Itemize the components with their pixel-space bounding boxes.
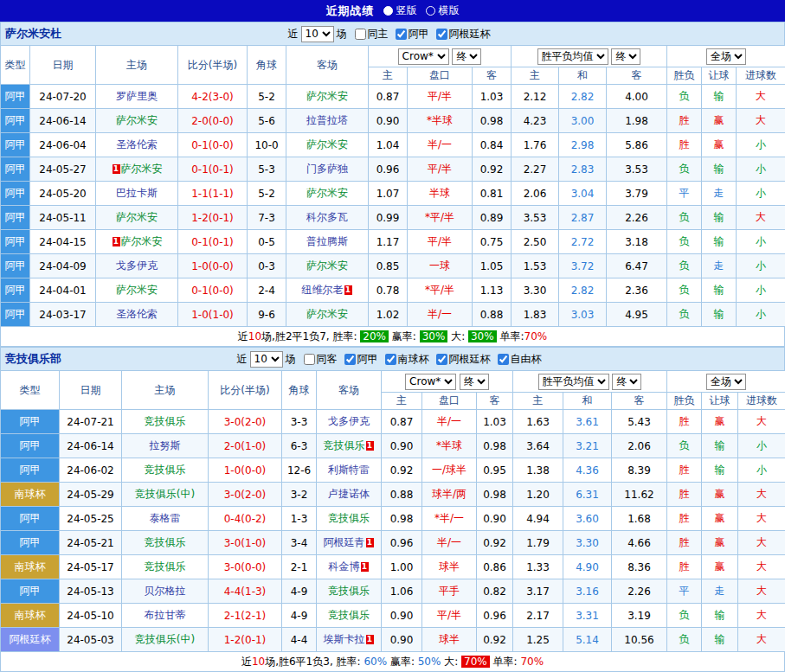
match-row: 阿甲24-05-25泰格雷0-4(0-2)1-3竞技俱乐0.98*半/一0.90… bbox=[1, 507, 785, 531]
avg-home-cell: 1.25 bbox=[513, 628, 563, 652]
summary-segment: 场,胜2平1负7, 胜率: bbox=[261, 330, 360, 344]
team-link: 萨尔米安 bbox=[306, 308, 348, 320]
score-cell: 0-1(0-0) bbox=[178, 133, 248, 157]
filter-同客[interactable]: 同客 bbox=[304, 352, 338, 367]
avg-home-cell: 1.53 bbox=[512, 254, 559, 278]
filter-阿甲[interactable]: 阿甲 bbox=[396, 27, 429, 42]
score-cell: 0-1(0-1) bbox=[178, 230, 248, 254]
col-header-odds-home: 主 bbox=[369, 67, 408, 85]
team-link: 萨尔米安 bbox=[306, 90, 348, 102]
avg-time-select[interactable]: 终 bbox=[611, 48, 640, 65]
avg-type-select[interactable]: 胜平负均值 bbox=[538, 374, 609, 390]
corner-cell: 12-6 bbox=[282, 458, 317, 483]
avg-time-select[interactable]: 终 bbox=[612, 374, 641, 390]
filter-checkbox[interactable] bbox=[385, 354, 396, 365]
col-header-wdl: 胜负 bbox=[667, 393, 702, 410]
avg-home-cell: 2.17 bbox=[513, 604, 563, 628]
home-odds-cell: 0.90 bbox=[382, 628, 422, 652]
odds-time-select[interactable]: 终 bbox=[452, 48, 481, 65]
filter-阿甲[interactable]: 阿甲 bbox=[344, 352, 378, 367]
filter-checkbox[interactable] bbox=[355, 29, 366, 40]
home-team-cell: 泰格雷 bbox=[122, 507, 209, 531]
avg-draw-cell: 4.90 bbox=[563, 555, 612, 579]
wdl-result-cell: 负 bbox=[667, 628, 702, 652]
team-section: 竞技俱乐部 近 10 场 同客阿甲南球杯阿根廷杯自由杯 类型 日期 主场 比分(… bbox=[0, 347, 785, 672]
avg-draw-cell: 3.04 bbox=[559, 182, 607, 206]
filter-checkbox[interactable] bbox=[436, 29, 447, 40]
bookmaker-select[interactable]: Crow* bbox=[405, 374, 456, 390]
summary-segment: 大: bbox=[441, 655, 461, 669]
home-team-cell: 布拉甘蒂 bbox=[122, 604, 209, 628]
filter-阿根廷杯[interactable]: 阿根廷杯 bbox=[436, 352, 491, 367]
summary-segment: 大: bbox=[447, 330, 468, 344]
date-cell: 24-05-25 bbox=[60, 507, 122, 531]
filter-checkbox[interactable] bbox=[498, 354, 509, 365]
league-cell: 阿根廷杯 bbox=[1, 628, 60, 652]
filter-checkbox[interactable] bbox=[396, 29, 407, 40]
handicap-result-cell: 赢 bbox=[702, 555, 738, 579]
filter-阿根廷杯[interactable]: 阿根廷杯 bbox=[436, 27, 491, 42]
match-row: 阿甲24-05-21竞技俱乐3-0(1-0)3-4阿根廷青10.96半/一0.9… bbox=[1, 531, 785, 555]
avg-draw-cell: 3.30 bbox=[563, 531, 612, 555]
corner-cell: 0-3 bbox=[248, 254, 286, 278]
team-link: 科尔多瓦 bbox=[306, 211, 348, 223]
away-odds-cell: 0.89 bbox=[473, 206, 512, 230]
near-label: 近 bbox=[288, 27, 299, 42]
match-row: 阿甲24-06-14萨尔米安2-0(0-0)5-6拉普拉塔0.90*半球0.98… bbox=[1, 109, 785, 133]
team-link: 竞技俱乐 bbox=[145, 536, 186, 548]
handicap-cell: 平/半 bbox=[422, 604, 477, 628]
avg-home-cell: 1.63 bbox=[513, 410, 563, 434]
filter-自由杯[interactable]: 自由杯 bbox=[498, 352, 542, 367]
handicap-cell: 球半/两 bbox=[422, 483, 477, 507]
summary-segment: 赢率: bbox=[387, 655, 418, 669]
handicap-result-cell: 赢 bbox=[702, 531, 738, 555]
away-odds-cell: 0.92 bbox=[477, 628, 513, 652]
red-card-badge: 1 bbox=[113, 237, 120, 246]
filter-同主[interactable]: 同主 bbox=[355, 27, 389, 42]
match-row: 阿甲24-07-20罗萨里奥4-2(3-0)5-2萨尔米安0.87平/半1.03… bbox=[1, 85, 785, 109]
layout-radio-vertical[interactable]: 竖版 bbox=[383, 3, 417, 18]
filter-南球杯[interactable]: 南球杯 bbox=[385, 352, 429, 367]
avg-type-select[interactable]: 胜平负均值 bbox=[537, 48, 608, 65]
team-link: 竞技俱乐 bbox=[324, 439, 365, 451]
home-odds-cell: 1.06 bbox=[382, 579, 422, 604]
away-team-cell: 卢捷诺体 bbox=[317, 483, 382, 507]
handicap-cell: 一球 bbox=[408, 254, 473, 278]
avg-home-cell: 1.83 bbox=[512, 303, 559, 327]
date-cell: 24-05-20 bbox=[30, 182, 96, 206]
layout-radio-horizontal[interactable]: 横版 bbox=[426, 3, 460, 18]
home-team-cell: 萨尔米安 bbox=[96, 109, 178, 133]
team-link: 埃斯卡拉 bbox=[324, 633, 365, 645]
bookmaker-select[interactable]: Crow* bbox=[398, 48, 449, 65]
score-cell: 1-0(1-0) bbox=[178, 303, 248, 327]
filter-checkbox[interactable] bbox=[436, 354, 447, 365]
score-cell: 1-2(0-1) bbox=[178, 206, 248, 230]
goals-result-cell: 小 bbox=[738, 434, 785, 458]
match-row: 阿甲24-06-04圣洛伦索0-1(0-0)10-0萨尔米安1.04半/一0.8… bbox=[1, 133, 785, 157]
filter-checkbox[interactable] bbox=[304, 354, 315, 365]
home-odds-cell: 1.02 bbox=[369, 303, 408, 327]
home-odds-cell: 0.99 bbox=[369, 206, 408, 230]
goals-result-cell: 小 bbox=[737, 133, 785, 157]
handicap-cell: 一/球半 bbox=[422, 458, 477, 483]
scope-select[interactable]: 全场 bbox=[706, 48, 746, 65]
league-cell: 阿甲 bbox=[1, 507, 60, 531]
home-odds-cell: 0.90 bbox=[382, 434, 422, 458]
away-odds-cell: 0.92 bbox=[477, 531, 513, 555]
odds-time-select[interactable]: 终 bbox=[460, 374, 489, 390]
games-count-select[interactable]: 10 bbox=[250, 351, 283, 368]
home-odds-cell: 1.04 bbox=[369, 133, 408, 157]
league-cell: 阿甲 bbox=[1, 410, 60, 434]
avg-home-cell: 2.12 bbox=[512, 85, 559, 109]
corner-cell: 4-9 bbox=[282, 604, 317, 628]
score-cell: 3-0(0-0) bbox=[209, 555, 282, 579]
date-cell: 24-07-21 bbox=[60, 410, 122, 434]
handicap-cell: *半球 bbox=[422, 434, 477, 458]
away-team-cell: 埃斯卡拉1 bbox=[317, 628, 382, 652]
team-link: 纽维尔老 bbox=[302, 284, 344, 296]
games-count-select[interactable]: 10 bbox=[301, 26, 334, 42]
filter-checkbox[interactable] bbox=[344, 354, 356, 365]
col-header-goals: 进球数 bbox=[738, 393, 785, 410]
scope-select[interactable]: 全场 bbox=[706, 374, 746, 390]
handicap-cell: 球半 bbox=[422, 555, 477, 579]
